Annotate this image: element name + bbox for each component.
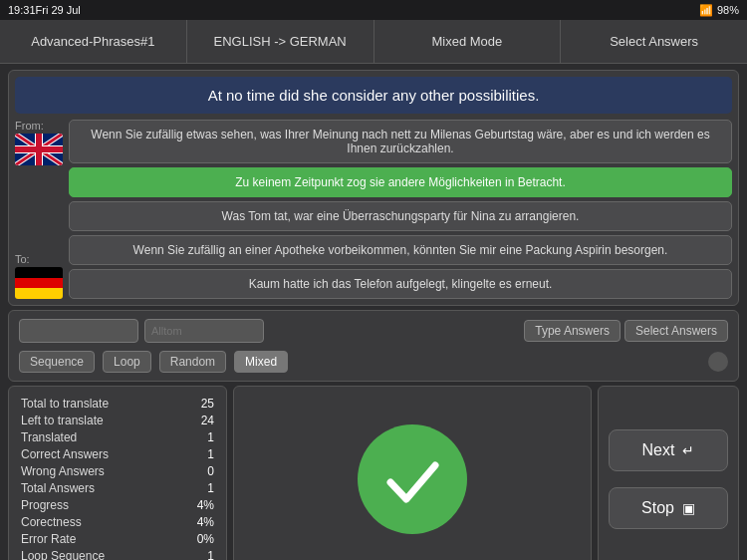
nav-bar: Advanced-Phrases#1 ENGLISH -> GERMAN Mix… (0, 20, 747, 64)
answers-column: Wenn Sie zufällig etwas sehen, was Ihrer… (69, 120, 732, 299)
answer-5[interactable]: Kaum hatte ich das Telefon aufgelegt, kl… (69, 269, 732, 299)
stat-val-1: 24 (201, 414, 214, 427)
nav-item-mode[interactable]: Mixed Mode (374, 20, 562, 63)
middle-panel: Type Answers Select Answers Sequence Loo… (8, 310, 739, 382)
stat-val-5: 1 (207, 481, 214, 495)
main-content: At no time did she consider any other po… (0, 64, 747, 560)
stat-row-2: Translated 1 (21, 428, 214, 445)
stat-label-7: Corectness (21, 515, 82, 529)
nav-item-deck[interactable]: Advanced-Phrases#1 (0, 20, 187, 63)
stat-label-8: Error Rate (21, 532, 76, 546)
next-icon: ↵ (682, 442, 694, 458)
stat-val-8: 0% (197, 532, 214, 546)
answer-4[interactable]: Wenn Sie zufällig an einer Apotheke vorb… (69, 235, 732, 265)
stat-val-2: 1 (207, 430, 214, 444)
top-panel: At no time did she consider any other po… (8, 70, 739, 306)
stat-label-3: Correct Answers (21, 447, 109, 461)
status-wifi: 📶 (699, 4, 713, 17)
loop-btn[interactable]: Loop (103, 351, 151, 373)
input-field-2[interactable] (144, 319, 264, 343)
stat-row-3: Correct Answers 1 (21, 445, 214, 462)
stat-row-5: Total Answers 1 (21, 479, 214, 496)
stat-val-0: 25 (201, 397, 214, 411)
answer-1[interactable]: Wenn Sie zufällig etwas sehen, was Ihrer… (69, 120, 732, 163)
order-buttons-row: Sequence Loop Random Mixed (19, 351, 728, 373)
to-flag-section: To: (15, 253, 63, 299)
sequence-btn[interactable]: Sequence (19, 351, 95, 373)
stat-label-4: Wrong Answers (21, 464, 105, 478)
status-bar: 19:31 Fri 29 Jul 📶 98% (0, 0, 747, 20)
status-time: 19:31 (8, 4, 36, 16)
stat-val-3: 1 (207, 447, 214, 461)
nav-item-direction[interactable]: ENGLISH -> GERMAN (187, 20, 374, 63)
stat-row-7: Corectness 4% (21, 513, 214, 530)
question-text: At no time did she consider any other po… (208, 87, 540, 104)
stats-box: Total to translate 25 Left to translate … (8, 386, 227, 560)
mode-inputs (19, 319, 264, 343)
stat-label-5: Total Answers (21, 481, 95, 495)
status-date: Fri 29 Jul (36, 4, 81, 16)
stat-val-6: 4% (197, 498, 214, 512)
nav-item-select-answers[interactable]: Select Answers (561, 20, 747, 63)
svg-rect-8 (15, 146, 63, 152)
to-label: To: (15, 253, 30, 265)
stat-row-8: Error Rate 0% (21, 530, 214, 547)
input-field-1[interactable] (19, 319, 138, 343)
stat-val-9: 1 (207, 549, 214, 561)
stat-label-0: Total to translate (21, 397, 109, 411)
random-btn[interactable]: Random (159, 351, 226, 373)
svg-rect-9 (15, 267, 63, 278)
status-battery: 98% (717, 4, 739, 16)
stat-val-4: 0 (207, 464, 214, 478)
uk-flag-icon (15, 134, 63, 165)
checkmark-box (233, 386, 592, 560)
middle-top: Type Answers Select Answers (19, 319, 728, 343)
stat-val-7: 4% (197, 515, 214, 529)
select-answers-btn[interactable]: Select Answers (624, 320, 728, 342)
stat-row-6: Progress 4% (21, 496, 214, 513)
from-flag-section: From: (15, 120, 63, 165)
flags-answers: From: (15, 120, 732, 299)
flags-column: From: (15, 120, 63, 299)
green-circle (358, 424, 467, 534)
type-select-buttons: Type Answers Select Answers (524, 320, 728, 342)
from-label: From: (15, 120, 44, 132)
stat-row-0: Total to translate 25 (21, 395, 214, 412)
action-box: Next ↵ Stop ▣ (598, 386, 739, 560)
svg-rect-10 (15, 278, 63, 288)
bottom-panel: Total to translate 25 Left to translate … (8, 386, 739, 560)
fill-circle (708, 352, 728, 372)
answer-2[interactable]: Zu keinem Zeitpunkt zog sie andere Mögli… (69, 167, 732, 197)
svg-rect-11 (15, 288, 63, 299)
mixed-btn[interactable]: Mixed (234, 351, 288, 373)
de-flag-icon (15, 267, 63, 299)
stat-row-4: Wrong Answers 0 (21, 462, 214, 479)
stop-icon: ▣ (682, 500, 695, 516)
stop-button[interactable]: Stop ▣ (609, 487, 728, 529)
stat-label-6: Progress (21, 498, 69, 512)
answer-3[interactable]: Was Tom tat, war eine Überraschungsparty… (69, 201, 732, 231)
stat-label-1: Left to translate (21, 414, 104, 427)
checkmark-svg (380, 447, 445, 512)
next-button[interactable]: Next ↵ (609, 429, 728, 471)
stat-label-2: Translated (21, 430, 77, 444)
stat-row-1: Left to translate 24 (21, 412, 214, 428)
type-answers-btn[interactable]: Type Answers (524, 320, 621, 342)
stat-row-9: Loop Sequence 1 (21, 547, 214, 560)
stat-label-9: Loop Sequence (21, 549, 105, 561)
question-box: At no time did she consider any other po… (15, 77, 732, 114)
